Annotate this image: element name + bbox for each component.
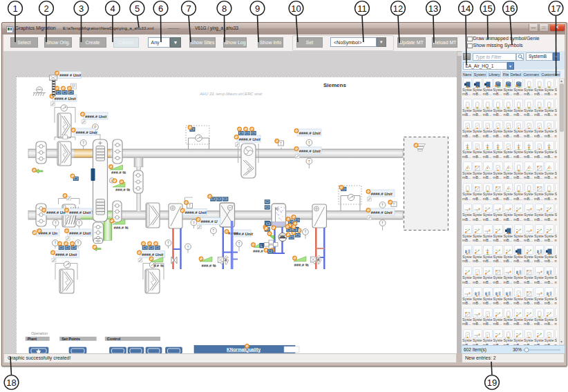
svg-text:####.# Unit: ####.# Unit [55,253,77,257]
svg-text:####.# Unit: ####.# Unit [239,137,261,141]
svg-text:13: 13 [428,3,438,14]
svg-text:Set Points: Set Points [61,337,80,341]
svg-text:####.# Unit: ####.# Unit [55,97,77,101]
svg-text:2: 2 [44,3,48,14]
svg-text:17: 17 [551,3,560,14]
svg-text:###.# %: ###.# % [202,264,216,268]
svg-text:4: 4 [110,3,115,14]
svg-text:6: 6 [158,3,163,14]
svg-text:Siemens: Siemens [323,82,346,88]
svg-text:###.# %: ###.# % [115,188,130,192]
svg-text:T: T [392,202,395,206]
svg-text:5: 5 [135,3,140,14]
svg-text:###.# %: ###.# % [111,170,126,175]
svg-text:####.# Un: ####.# Un [46,210,66,215]
svg-text:####.# Unit: ####.# Unit [299,149,321,153]
svg-text:####.# Unit: ####.# Unit [371,210,393,215]
svg-text:KNormalQuality: KNormalQuality [227,347,261,353]
svg-text:####.# Unit: ####.# Unit [76,130,98,135]
svg-text:9: 9 [255,3,260,14]
svg-text:####.# Unit: ####.# Unit [85,115,107,119]
svg-text:####.# Unit: ####.# Unit [69,231,91,235]
svg-text:####.# Unit: ####.# Unit [69,210,91,215]
svg-text:#.# %: #.# % [153,264,164,268]
svg-text:11: 11 [357,3,367,14]
svg-text:#### # Unit: #### # Unit [59,73,82,77]
svg-text:T: T [280,141,282,146]
svg-text:L: L [261,244,263,248]
svg-text:###.# %: ###.# % [114,226,129,230]
svg-text:####.# Unit: ####.# Unit [142,253,164,257]
svg-text:1: 1 [12,3,17,14]
svg-text:7: 7 [186,3,191,14]
svg-text:Plant: Plant [28,337,37,341]
svg-text:18: 18 [6,378,16,388]
svg-text:8: 8 [222,3,227,14]
svg-text:###.#: ###.# [253,249,263,253]
svg-text:14: 14 [461,3,471,14]
svg-text:####.# Unit: ####.# Unit [371,192,393,196]
svg-text:3: 3 [79,3,84,14]
svg-text:####.# Unit: ####.# Unit [185,210,207,215]
svg-text:12: 12 [393,3,403,14]
svg-text:####.# Unit: ####.# Unit [299,131,321,135]
svg-text:15: 15 [482,3,492,14]
svg-text:#.###: #.### [228,231,238,235]
svg-text:10: 10 [291,3,301,14]
svg-text:Control: Control [107,337,121,341]
svg-text:AHU 33, temp.Maum.strl,ERC str: AHU 33, temp.Maum.strl,ERC strat [199,92,263,96]
svg-text:19: 19 [487,378,497,388]
svg-text:####.# U: ####.# U [201,219,218,224]
svg-text:T: T [189,204,191,208]
svg-text:###.# %: ###.# % [294,263,309,267]
svg-text:16: 16 [505,3,515,14]
svg-text:Operation: Operation [31,331,48,335]
